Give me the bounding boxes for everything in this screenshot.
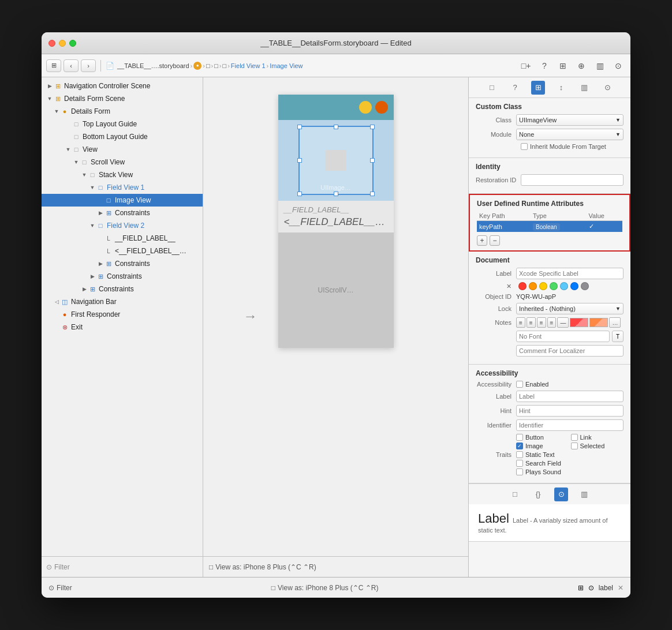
trait-search-field-checkbox[interactable] xyxy=(516,460,523,467)
color-dot-gray[interactable] xyxy=(581,282,589,290)
comment-input[interactable] xyxy=(516,345,624,357)
font-icon-btn[interactable]: T xyxy=(612,331,624,342)
breadcrumb-imageview[interactable]: Image View xyxy=(270,62,303,69)
breadcrumb-target[interactable]: ● xyxy=(193,62,201,70)
trait-selected-checkbox[interactable] xyxy=(571,442,578,449)
inspector-btn[interactable]: ⊙ xyxy=(611,59,626,72)
access-label-input[interactable] xyxy=(516,391,624,402)
no-font-input[interactable] xyxy=(516,331,610,342)
scene-icon: ⊞ xyxy=(53,82,62,90)
tree-item-exit[interactable]: ⊗ Exit xyxy=(42,321,203,333)
tree-item-image-view[interactable]: □ Image View xyxy=(42,194,203,207)
view-as-status-btn[interactable]: □ View as: iPhone 8 Plus (⌃C ⌃R) xyxy=(271,584,379,592)
window-title: __TABLE__DetailsForm.storyboard — Edited xyxy=(260,39,411,47)
trait-image-checkbox[interactable] xyxy=(516,442,523,449)
color-dot-orange[interactable] xyxy=(529,282,537,290)
help-btn[interactable]: ? xyxy=(537,59,552,72)
tree-item-navigation-bar[interactable]: ◁ ◫ Navigation Bar xyxy=(42,295,203,308)
tab-identity[interactable]: ⊞ xyxy=(531,81,545,95)
trait-link-checkbox[interactable] xyxy=(571,434,578,441)
module-row: Module None ▼ xyxy=(476,129,624,140)
notes-dash-btn[interactable]: — xyxy=(557,317,569,328)
tab-attributes[interactable]: ↕ xyxy=(554,81,568,95)
tree-item-nav-controller-scene[interactable]: ▶ ⊞ Navigation Controller Scene xyxy=(42,80,203,92)
close-button[interactable] xyxy=(48,40,55,47)
tab-bottom-braces[interactable]: {} xyxy=(531,487,545,501)
align-justify-btn[interactable]: ≡ xyxy=(547,317,557,328)
tab-quick-help[interactable]: ? xyxy=(508,81,522,95)
doc-label-label: Label xyxy=(476,270,516,277)
image-view-canvas[interactable]: UIImage… xyxy=(298,126,374,195)
accessibility-checkbox[interactable] xyxy=(516,381,523,388)
trait-button-checkbox[interactable] xyxy=(516,434,523,441)
tree-item-details-form-scene[interactable]: ▼ ⊞ Details Form Scene xyxy=(42,92,203,105)
status-filter-btn[interactable]: ⊙ Filter xyxy=(48,584,72,592)
module-select[interactable]: None ▼ xyxy=(516,129,624,140)
tree-item-constraints-3[interactable]: ▶ ⊞ Constraints xyxy=(42,270,203,283)
udra-add-btn[interactable]: + xyxy=(477,235,487,246)
notes-color-red[interactable] xyxy=(570,318,588,327)
circle-status-icon[interactable]: ⊙ xyxy=(588,584,594,592)
nav-back-btn[interactable]: ‹ xyxy=(64,59,79,72)
maximize-button[interactable] xyxy=(69,40,76,47)
trait-static-text-checkbox[interactable] xyxy=(516,451,523,458)
tree-item-field-view-1[interactable]: ▼ □ Field View 1 xyxy=(42,181,203,194)
tree-item-constraints-2[interactable]: ▶ ⊞ Constraints xyxy=(42,257,203,270)
label-preview-big: Label xyxy=(478,511,513,526)
tree-item-first-responder[interactable]: ● First Responder xyxy=(42,308,203,321)
view-as-button[interactable]: □ View as: iPhone 8 Plus (⌃C ⌃R) xyxy=(209,563,316,571)
tree-item-constraints-1[interactable]: ▶ ⊞ Constraints xyxy=(42,207,203,219)
tab-file[interactable]: □ xyxy=(485,81,499,95)
breadcrumb-file[interactable]: 📄 __TABLE__….storyboard xyxy=(106,62,189,70)
tab-bottom-square[interactable]: ▥ xyxy=(577,487,591,501)
color-dot-blue-light[interactable] xyxy=(560,282,568,290)
trait-plays-sound-checkbox[interactable] xyxy=(516,468,523,475)
tree-item-top-layout[interactable]: □ Top Layout Guide xyxy=(42,118,203,130)
tree-item-view[interactable]: ▼ □ View xyxy=(42,143,203,156)
tree-arrow-18: ◁ xyxy=(53,299,60,305)
doc-label-input[interactable] xyxy=(516,268,624,279)
tree-item-bottom-layout[interactable]: □ Bottom Layout Guide xyxy=(42,130,203,143)
notes-color-2[interactable] xyxy=(589,318,608,327)
tree-item-details-form[interactable]: ▼ ● Details Form xyxy=(42,105,203,118)
align-left-btn[interactable]: ≡ xyxy=(516,317,525,328)
close-status-btn[interactable]: ✕ xyxy=(618,584,624,592)
color-dot-yellow[interactable] xyxy=(539,282,547,290)
access-identifier-label: Identifier xyxy=(476,422,516,429)
align-right-btn[interactable]: ≡ xyxy=(537,317,546,328)
tree-item-field-label-2[interactable]: L <__FIELD_LABEL__… xyxy=(42,245,203,257)
debug-btn[interactable]: ⊕ xyxy=(574,59,589,72)
nav-forward-btn[interactable]: › xyxy=(81,59,96,72)
tab-connections[interactable]: ⊙ xyxy=(600,81,614,95)
tree-item-field-view-2[interactable]: ▼ □ Field View 2 xyxy=(42,219,203,232)
breadcrumb-fieldview1[interactable]: Field View 1 xyxy=(231,62,266,69)
tree-item-stack-view[interactable]: ▼ □ Stack View xyxy=(42,168,203,181)
notes-more-btn[interactable]: … xyxy=(609,317,621,328)
grid-status-icon[interactable]: ⊞ xyxy=(578,584,584,592)
lock-select[interactable]: Inherited - (Nothing) ▼ xyxy=(516,303,624,314)
color-dot-red[interactable] xyxy=(518,282,527,290)
minimize-button[interactable] xyxy=(59,40,66,47)
tree-item-constraints-4[interactable]: ▶ ⊞ Constraints xyxy=(42,283,203,295)
udra-row-0[interactable]: keyPath Boolean ✓ xyxy=(477,221,622,232)
uiimage-label: UIImage… xyxy=(320,184,351,191)
align-center-btn[interactable]: ≡ xyxy=(527,317,536,328)
udra-remove-btn[interactable]: − xyxy=(490,235,500,246)
tab-bottom-circle[interactable]: ⊙ xyxy=(554,487,568,501)
class-select[interactable]: UIImageView ▼ xyxy=(516,114,624,126)
panel-btn[interactable]: ▥ xyxy=(592,59,607,72)
tab-size[interactable]: ▥ xyxy=(577,81,591,95)
library-btn[interactable]: ⊞ xyxy=(555,59,570,72)
add-file-btn[interactable]: □+ xyxy=(518,59,533,72)
color-dot-blue[interactable] xyxy=(570,282,578,290)
grid-view-btn[interactable]: ⊞ xyxy=(46,59,61,72)
access-hint-input[interactable] xyxy=(516,405,624,417)
tree-item-scroll-view[interactable]: ▼ □ Scroll View xyxy=(42,156,203,168)
access-identifier-input[interactable] xyxy=(516,419,624,431)
inherit-checkbox[interactable] xyxy=(521,143,528,150)
accessibility-title: Accessibility xyxy=(476,369,624,377)
tab-bottom-file[interactable]: □ xyxy=(508,487,522,501)
color-dot-green[interactable] xyxy=(550,282,558,290)
restoration-id-input[interactable] xyxy=(521,174,624,186)
tree-item-field-label-1[interactable]: L __FIELD_LABEL__ xyxy=(42,232,203,245)
